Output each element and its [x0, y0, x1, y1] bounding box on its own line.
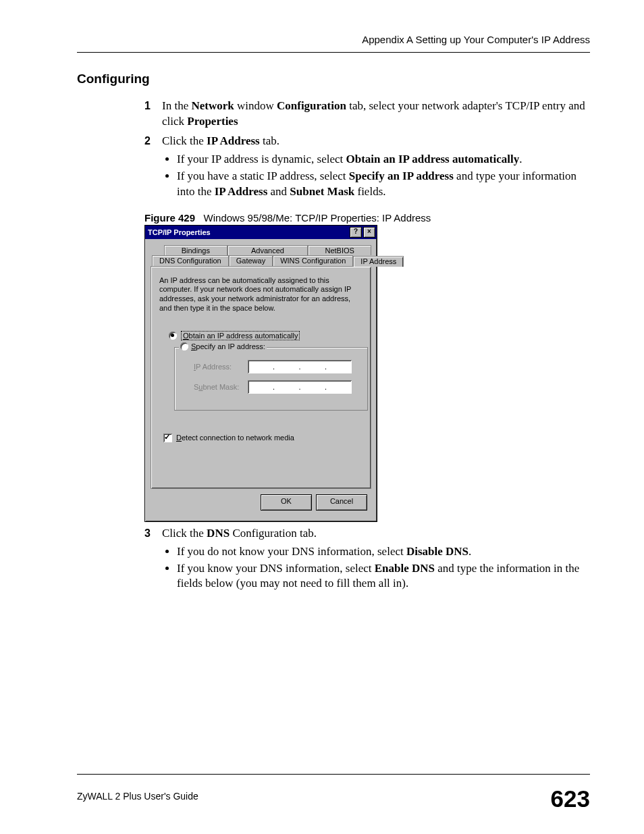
- subnet-mask-input[interactable]: ...: [248, 380, 352, 394]
- figure-caption: Figure 429 Windows 95/98/Me: TCP/IP Prop…: [144, 212, 590, 224]
- ip-address-row: IP Address: ...: [194, 360, 360, 373]
- checkbox-icon[interactable]: [163, 434, 172, 442]
- close-icon[interactable]: ×: [363, 227, 375, 238]
- checkbox-label: Detect connection to network media: [176, 434, 294, 442]
- step-text: Click the IP Address tab.: [162, 134, 279, 147]
- list-item: If your IP address is dynamic, select Ob…: [177, 152, 590, 167]
- list-item: If you do not know your DNS information,…: [177, 544, 590, 560]
- tab-netbios[interactable]: NetBIOS: [308, 245, 371, 255]
- radio-obtain-auto[interactable]: Obtain an IP address automatically: [169, 331, 363, 340]
- top-rule: [77, 52, 590, 53]
- step-1: 1 In the Network window Configuration ta…: [144, 99, 590, 130]
- list-item: If you have a static IP address, select …: [177, 169, 590, 200]
- subnet-mask-label: Subnet Mask:: [194, 383, 242, 391]
- radio-icon[interactable]: [180, 342, 188, 350]
- dialog-button-row: OK Cancel: [151, 489, 371, 516]
- radio-icon[interactable]: [169, 332, 177, 340]
- tab-strip: Bindings Advanced NetBIOS DNS Configurat…: [151, 244, 371, 267]
- radio-label: Obtain an IP address automatically: [181, 331, 300, 340]
- dialog-title: TCP/IP Properties: [148, 228, 211, 236]
- footer-guide-name: ZyWALL 2 Plus User's Guide: [77, 791, 198, 802]
- radio-label: Specify an IP address:: [191, 342, 265, 350]
- step-text: Click the DNS Configuration tab.: [162, 527, 317, 540]
- section-heading: Configuring: [77, 72, 590, 86]
- step-number: 3: [144, 526, 151, 541]
- step-list-cont: 3 Click the DNS Configuration tab. If yo…: [144, 526, 590, 592]
- tab-wins-configuration[interactable]: WINS Configuration: [273, 255, 353, 266]
- ip-address-label: IP Address:: [194, 363, 242, 371]
- step-2: 2 Click the IP Address tab. If your IP a…: [144, 134, 590, 200]
- running-header: Appendix A Setting up Your Computer's IP…: [77, 34, 590, 45]
- radio-specify-ip[interactable]: Specify an IP address:: [179, 342, 267, 350]
- tab-gateway[interactable]: Gateway: [229, 255, 273, 266]
- tab-panel-ip-address: An IP address can be automatically assig…: [151, 266, 371, 489]
- help-icon[interactable]: ?: [350, 227, 362, 238]
- dialog-titlebar[interactable]: TCP/IP Properties ? ×: [145, 226, 377, 239]
- page-number: 623: [551, 785, 590, 812]
- ok-button[interactable]: OK: [261, 494, 312, 511]
- detect-connection-checkbox[interactable]: Detect connection to network media: [163, 434, 363, 442]
- step-number: 2: [144, 134, 151, 149]
- tab-dns-configuration[interactable]: DNS Configuration: [152, 255, 229, 266]
- tab-advanced[interactable]: Advanced: [227, 245, 308, 255]
- step-list: 1 In the Network window Configuration ta…: [144, 99, 590, 200]
- tab-ip-address[interactable]: IP Address: [353, 256, 404, 267]
- specify-ip-group: Specify an IP address: IP Address: ... S…: [174, 347, 368, 411]
- tab-bindings[interactable]: Bindings: [164, 245, 227, 255]
- step-3-sublist: If you do not know your DNS information,…: [177, 544, 590, 592]
- step-text: In the Network window Configuration tab,…: [162, 99, 585, 128]
- ip-address-input[interactable]: ...: [248, 360, 352, 373]
- bottom-rule: [77, 774, 590, 775]
- list-item: If you know your DNS information, select…: [177, 561, 590, 592]
- step-3: 3 Click the DNS Configuration tab. If yo…: [144, 526, 590, 592]
- panel-description: An IP address can be automatically assig…: [159, 276, 363, 313]
- tcpip-properties-dialog: TCP/IP Properties ? × Bindings Advanced …: [144, 225, 377, 522]
- subnet-mask-row: Subnet Mask: ...: [194, 380, 360, 394]
- cancel-button[interactable]: Cancel: [316, 494, 367, 511]
- step-number: 1: [144, 99, 151, 113]
- step-2-sublist: If your IP address is dynamic, select Ob…: [177, 152, 590, 200]
